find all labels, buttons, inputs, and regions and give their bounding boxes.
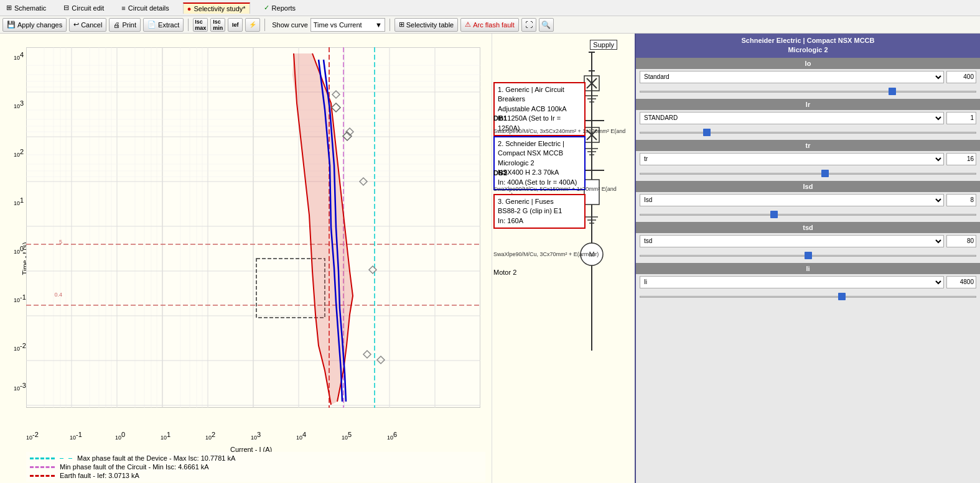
selectivity-table-button[interactable]: ⊞ Selectivity table <box>394 18 458 32</box>
chart-area: Time - t (s) 104 103 102 101 100 10-1 10… <box>0 34 492 483</box>
device3-box: 3. Generic | Fuses BS88-2 G (clip in) E1… <box>493 194 586 229</box>
device1-model: Adjustable ACB 100kA <box>498 104 581 114</box>
extra-button[interactable]: ⚡ <box>245 18 260 32</box>
params-container: lo StandardCustom lr STANDARDCUSTOM <box>636 58 980 304</box>
y-val-04: 0.4 <box>54 292 62 298</box>
param-slider-row-lsd <box>636 208 980 222</box>
device1-title: 1. Generic | Air Circuit Breakers <box>498 85 581 104</box>
x-tick-7: 104 <box>296 431 306 441</box>
param-section-lo: lo StandardCustom <box>636 58 980 99</box>
x-tick-3: 100 <box>115 431 125 441</box>
param-header-tsd: tsd <box>636 222 980 233</box>
device2-model: NSX400 H 2.3 70kA <box>498 168 581 177</box>
right-panel: Schneider Electric | Compact NSX MCCB Mi… <box>635 34 980 483</box>
legend-line-purple <box>30 466 55 468</box>
x-tick-9: 106 <box>387 431 397 441</box>
param-value-lr[interactable] <box>946 112 976 124</box>
apply-changes-button[interactable]: 💾 Apply changes <box>2 18 67 32</box>
param-header-tr: tr <box>636 140 980 151</box>
cancel-icon: ↩ <box>73 21 79 29</box>
device3-title: 3. Generic | Fuses <box>498 197 581 206</box>
y-tick-6: 10-1 <box>14 293 26 303</box>
y-tick-7: 10-2 <box>14 342 26 352</box>
extract-icon: 📄 <box>147 21 156 29</box>
nav-circuit-details-label: Circuit details <box>128 4 169 12</box>
apply-changes-icon: 💾 <box>7 21 16 29</box>
nav-bar: ⊞ Schematic ⊟ Circuit edit ≡ Circuit det… <box>0 0 980 16</box>
extract-button[interactable]: 📄 Extract <box>143 18 184 32</box>
chart-legend: Max phase fault at the Device - Max Isc:… <box>26 452 485 482</box>
nav-selectivity-label: Selectivity study* <box>194 5 245 12</box>
param-header-li: li <box>636 263 980 274</box>
param-value-lsd[interactable] <box>946 194 976 206</box>
separator-2 <box>264 19 265 31</box>
nav-schematic[interactable]: ⊞ Schematic <box>2 2 50 13</box>
param-select-li[interactable]: Ii <box>640 276 944 288</box>
param-select-tr[interactable]: tr <box>640 153 944 165</box>
circuit-details-icon: ≡ <box>121 4 125 12</box>
cable3-label: SwaXlpe90/M/Cu, 3Cx70mm² + E(armour) <box>493 251 599 257</box>
param-header-lr: lr <box>636 99 980 110</box>
param-slider-tr[interactable] <box>640 168 976 178</box>
param-value-tsd[interactable] <box>946 235 976 247</box>
param-section-tsd: tsd tsd <box>636 222 980 263</box>
y-tick-2: 103 <box>14 99 24 109</box>
table-icon: ⊞ <box>399 21 404 29</box>
param-slider-row-tr <box>636 167 980 181</box>
isc-max-button[interactable]: Iscmax <box>193 18 208 32</box>
db1-label: DB1 <box>493 114 507 122</box>
ief-button[interactable]: Ief <box>228 18 243 32</box>
param-slider-lsd[interactable] <box>640 209 976 219</box>
param-row-lo: StandardCustom <box>636 69 980 85</box>
param-section-li: li Ii <box>636 263 980 304</box>
param-row-lsd: Isd <box>636 192 980 208</box>
legend-line-red <box>30 475 55 477</box>
cancel-button[interactable]: ↩ Cancel <box>69 18 106 32</box>
param-value-lo[interactable] <box>946 71 976 83</box>
param-select-lsd[interactable]: Isd <box>640 194 944 206</box>
legend-item-cyan: Max phase fault at the Device - Max Isc:… <box>30 454 482 462</box>
param-select-lo[interactable]: StandardCustom <box>640 71 944 83</box>
arc-flash-fault-button[interactable]: ⚠ Arc flash fault <box>460 18 519 32</box>
chart-svg <box>26 47 480 408</box>
separator-3 <box>390 19 390 31</box>
nav-reports-label: Reports <box>272 4 296 12</box>
y-tick-4: 101 <box>14 196 24 206</box>
param-slider-row-li <box>636 290 980 304</box>
nav-selectivity-study[interactable]: ● Selectivity study* <box>183 2 250 14</box>
legend-label-3: Earth fault - Ief: 3.0713 kA <box>60 472 139 479</box>
nav-circuit-edit[interactable]: ⊟ Circuit edit <box>60 2 108 13</box>
y-tick-3: 102 <box>14 148 24 158</box>
param-select-lr[interactable]: STANDARDCUSTOM <box>640 112 944 124</box>
param-section-lsd: Isd Isd <box>636 181 980 222</box>
param-slider-row-lo <box>636 85 980 99</box>
separator-1 <box>188 19 189 31</box>
schematic-icon: ⊞ <box>6 4 12 12</box>
show-curve-dropdown[interactable]: Time vs Current ▼ <box>310 18 385 32</box>
param-slider-tsd[interactable] <box>640 251 976 260</box>
isc-min-button[interactable]: Iscmin <box>210 18 225 32</box>
param-header-lo: lo <box>636 58 980 69</box>
param-select-tsd[interactable]: tsd <box>640 235 944 247</box>
param-slider-lr[interactable] <box>640 127 976 137</box>
main-layout: Time - t (s) 104 103 102 101 100 10-1 10… <box>0 34 980 483</box>
param-value-tr[interactable] <box>946 153 976 165</box>
nav-reports[interactable]: ✓ Reports <box>260 2 300 13</box>
legend-item-red: Earth fault - Ief: 3.0713 kA <box>30 472 482 479</box>
param-row-tsd: tsd <box>636 233 980 249</box>
motor-label: Motor 2 <box>493 269 516 276</box>
nav-circuit-details[interactable]: ≡ Circuit details <box>118 3 172 13</box>
param-slider-lo[interactable] <box>640 86 976 96</box>
print-button[interactable]: 🖨 Print <box>109 18 141 32</box>
param-slider-li[interactable] <box>640 292 976 301</box>
x-tick-8: 105 <box>342 431 352 441</box>
zoom-in-button[interactable]: 🔍 <box>539 18 554 32</box>
param-header-lsd: Isd <box>636 181 980 192</box>
x-tick-2: 10-1 <box>70 431 82 441</box>
param-value-li[interactable] <box>946 276 976 288</box>
zoom-fit-button[interactable]: ⛶ <box>521 18 536 32</box>
device2-box: 2. Schneider Electric | Compact NSX MCCB… <box>493 136 586 190</box>
dropdown-arrow-icon: ▼ <box>375 21 382 29</box>
warning-icon: ⚠ <box>465 21 471 29</box>
param-slider-row-tsd <box>636 249 980 263</box>
